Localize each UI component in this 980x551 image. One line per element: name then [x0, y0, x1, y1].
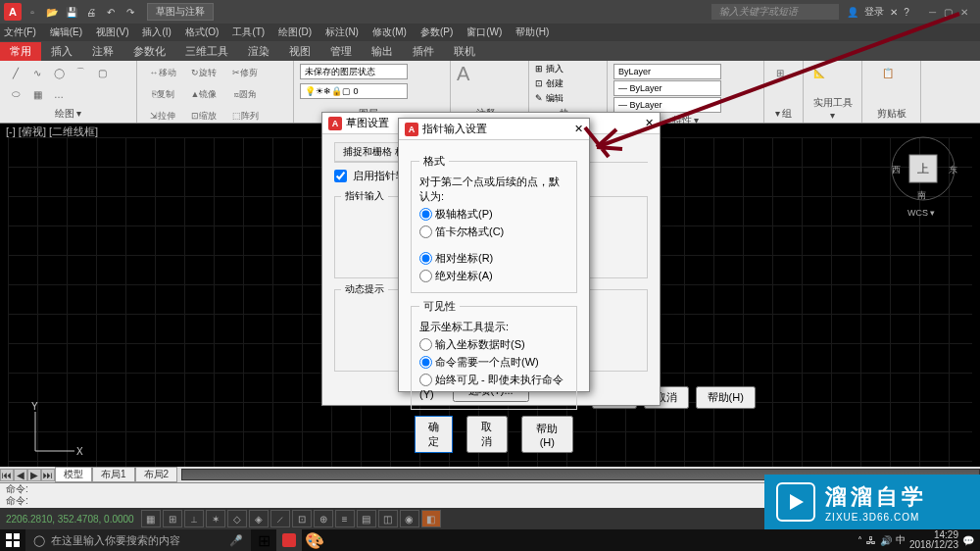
dlg-ptr-close-icon[interactable]: ✕	[574, 123, 583, 135]
tab-view[interactable]: 视图	[279, 42, 320, 61]
prop-color[interactable]: ByLayer	[613, 64, 721, 79]
tab-manage[interactable]: 管理	[320, 42, 362, 61]
sb-sc-icon[interactable]: ◉	[400, 510, 419, 527]
layout-1[interactable]: 布局1	[92, 467, 135, 482]
sb-grid-icon[interactable]: ⊞	[163, 510, 182, 527]
rect-icon[interactable]: ▢	[92, 63, 112, 82]
layer-state[interactable]: 未保存的图层状态	[300, 64, 408, 79]
stretch-btn[interactable]: ⇲拉伸	[143, 106, 182, 125]
layout-model[interactable]: 模型	[55, 467, 92, 482]
block-insert-btn[interactable]: ⊞ 插入	[535, 63, 601, 75]
line-icon[interactable]: ╱	[6, 63, 25, 82]
block-edit-btn[interactable]: ✎ 编辑	[535, 92, 601, 105]
start-button[interactable]	[0, 529, 25, 551]
sb-model-icon[interactable]: ◧	[421, 510, 441, 527]
menu-edit[interactable]: 编辑(E)	[50, 25, 82, 39]
tab-insert[interactable]: 插入	[41, 42, 82, 61]
sb-dyn-icon[interactable]: ⊕	[314, 510, 333, 527]
layer-current[interactable]: 💡☀❄🔒▢ 0	[300, 83, 408, 99]
dlg-ptr-ok-btn[interactable]: 确定	[415, 416, 453, 453]
ellipse-icon[interactable]: ⬭	[6, 84, 25, 104]
minimize-icon[interactable]: ─	[929, 7, 936, 18]
tab-annotate[interactable]: 注释	[82, 42, 123, 61]
sb-otrack-icon[interactable]: ⟋	[270, 510, 290, 527]
menu-dim[interactable]: 标注(N)	[325, 25, 359, 39]
measure-icon[interactable]: 📐	[809, 63, 829, 82]
mirror-btn[interactable]: ▲镜像	[184, 84, 223, 104]
sb-lwt-icon[interactable]: ≡	[335, 510, 355, 527]
radio-vis-input[interactable]	[419, 338, 432, 351]
tab-home[interactable]: 常用	[0, 42, 41, 61]
polyline-icon[interactable]: ∿	[27, 63, 47, 82]
menu-view[interactable]: 视图(V)	[96, 25, 128, 39]
dlg-ptr-cancel-btn[interactable]: 取消	[466, 416, 507, 453]
close-icon[interactable]: ✕	[960, 7, 968, 18]
sb-3dosnap-icon[interactable]: ◈	[249, 510, 269, 527]
radio-vis-point[interactable]	[419, 356, 432, 369]
tray-vol-icon[interactable]: 🔊	[880, 535, 892, 546]
tab-plugins[interactable]: 插件	[403, 42, 444, 61]
workspace-selector[interactable]: 草图与注释	[147, 3, 214, 21]
radio-cartesian[interactable]	[419, 225, 432, 238]
menu-window[interactable]: 窗口(W)	[466, 25, 502, 39]
radio-vis-always[interactable]	[419, 374, 432, 386]
maximize-icon[interactable]: ▢	[944, 7, 953, 18]
qat-new-icon[interactable]: ▫	[24, 3, 41, 21]
layout-2[interactable]: 布局2	[135, 467, 178, 482]
layout-first-icon[interactable]: ⏮	[0, 469, 14, 481]
qat-redo-icon[interactable]: ↷	[122, 3, 139, 21]
group-icon[interactable]: ⊞	[770, 63, 790, 82]
menu-insert[interactable]: 插入(I)	[142, 25, 171, 39]
sb-tpy-icon[interactable]: ▤	[357, 510, 376, 527]
layout-next-icon[interactable]: ▶	[27, 469, 41, 481]
tab-output[interactable]: 输出	[362, 42, 403, 61]
qat-undo-icon[interactable]: ↶	[102, 3, 120, 21]
array-btn[interactable]: ⬚阵列	[225, 106, 265, 125]
tray-up-icon[interactable]: ˄	[858, 535, 862, 546]
radio-absolute[interactable]	[419, 270, 432, 282]
help-search-input[interactable]: 输入关键字或短语	[711, 4, 839, 20]
tray-net-icon[interactable]: 🖧	[866, 535, 876, 546]
exchange-icon[interactable]: ✕	[890, 7, 898, 18]
peek-help-btn[interactable]: 帮助(H)	[696, 386, 756, 409]
tray-ime-icon[interactable]: 中	[896, 533, 906, 547]
menu-help[interactable]: 帮助(H)	[515, 25, 549, 39]
copy-btn[interactable]: ⎘复制	[143, 84, 182, 104]
help-icon[interactable]: ?	[904, 7, 909, 18]
rotate-btn[interactable]: ↻旋转	[184, 63, 223, 82]
signin-icon[interactable]: 👤	[847, 7, 858, 18]
trim-btn[interactable]: ✂修剪	[225, 63, 265, 82]
radio-polar[interactable]	[419, 208, 432, 221]
task-app2-icon[interactable]: 🎨	[302, 529, 327, 551]
task-app1-icon[interactable]	[276, 529, 302, 551]
qat-print-icon[interactable]: 🖨	[82, 3, 100, 21]
menu-format[interactable]: 格式(O)	[185, 25, 219, 39]
tab-3dtools[interactable]: 三维工具	[175, 42, 238, 61]
sb-polar-icon[interactable]: ✶	[206, 510, 225, 527]
radio-relative[interactable]	[419, 252, 432, 265]
sb-ducs-icon[interactable]: ⊡	[292, 510, 312, 527]
tab-online[interactable]: 联机	[444, 42, 485, 61]
chk-enable-pointer[interactable]	[334, 170, 347, 182]
menu-param[interactable]: 参数(P)	[420, 25, 453, 39]
sb-snap-icon[interactable]: ▦	[141, 510, 161, 527]
tray-notif-icon[interactable]: 💬	[962, 535, 974, 546]
taskbar-search[interactable]: ◯ 在这里输入你要搜索的内容 🎤	[25, 529, 251, 551]
taskview-icon[interactable]: ⊞	[251, 529, 276, 551]
tab-parametric[interactable]: 参数化	[123, 42, 175, 61]
layout-last-icon[interactable]: ⏭	[41, 469, 55, 481]
sb-ortho-icon[interactable]: ⟂	[184, 510, 204, 527]
move-btn[interactable]: ↔移动	[143, 63, 182, 82]
menu-draw[interactable]: 绘图(D)	[278, 25, 312, 39]
signin-label[interactable]: 登录	[864, 5, 884, 19]
scale-btn[interactable]: ⊡缩放	[184, 106, 223, 125]
qat-save-icon[interactable]: 💾	[63, 3, 80, 21]
tab-render[interactable]: 渲染	[238, 42, 279, 61]
text-icon[interactable]: A	[457, 63, 469, 85]
prop-lineweight[interactable]: — ByLayer	[613, 80, 721, 96]
menu-modify[interactable]: 修改(M)	[372, 25, 407, 39]
viewcube[interactable]: 上 西 东 南 WCS ▾	[888, 133, 958, 204]
menu-tools[interactable]: 工具(T)	[232, 25, 265, 39]
tray-date[interactable]: 2018/12/23	[909, 540, 958, 550]
layout-prev-icon[interactable]: ◀	[14, 469, 27, 481]
